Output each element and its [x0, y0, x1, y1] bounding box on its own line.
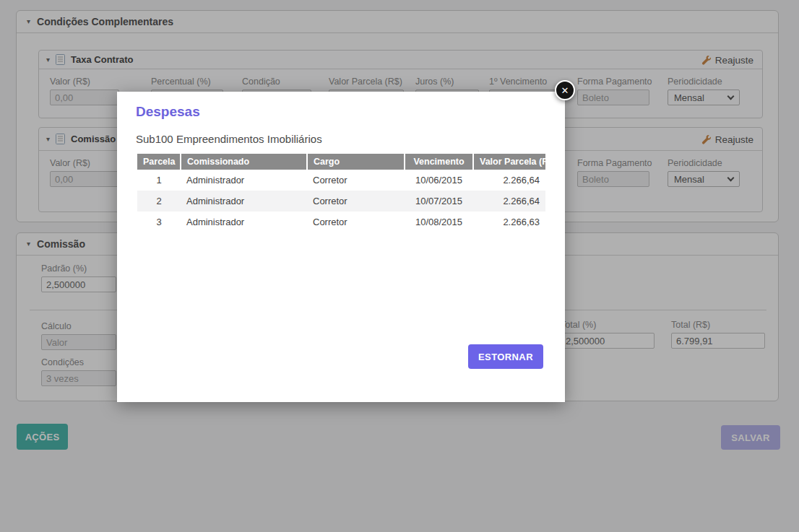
col-header-comissionado: Comissionado [181, 154, 307, 170]
cell-cargo: Corretor [307, 212, 405, 232]
cell-valor: 2.266,64 [473, 170, 545, 191]
table-row: 2 Administrador Corretor 10/07/2015 2.26… [137, 191, 545, 212]
col-header-cargo: Cargo [307, 154, 405, 170]
cell-comissionado: Administrador [181, 212, 307, 232]
cell-cargo: Corretor [307, 191, 405, 212]
cell-vencimento: 10/08/2015 [405, 212, 473, 232]
cell-parcela: 2 [137, 191, 181, 212]
cell-valor: 2.266,63 [473, 212, 545, 232]
table-header-row: Parcela Comissionado Cargo Vencimento Va… [137, 154, 545, 170]
col-header-parcela: Parcela [137, 154, 181, 170]
cell-cargo: Corretor [307, 170, 405, 191]
table-row: 1 Administrador Corretor 10/06/2015 2.26… [137, 170, 545, 191]
cell-valor: 2.266,64 [473, 191, 545, 212]
table-row: 3 Administrador Corretor 10/08/2015 2.26… [137, 212, 545, 232]
close-icon[interactable]: ✕ [555, 80, 575, 100]
cell-vencimento: 10/06/2015 [405, 170, 473, 191]
cell-parcela: 1 [137, 170, 181, 191]
col-header-valor-parcela: Valor Parcela (R$) [473, 154, 545, 170]
col-header-vencimento: Vencimento [405, 154, 473, 170]
despesas-table: Parcela Comissionado Cargo Vencimento Va… [137, 154, 545, 232]
cell-vencimento: 10/07/2015 [405, 191, 473, 212]
despesas-modal: ✕ Despesas Sub100 Empreendimentos Imobil… [117, 92, 565, 402]
modal-subtitle: Sub100 Empreendimentos Imobiliários [136, 133, 322, 145]
cell-parcela: 3 [137, 212, 181, 232]
modal-title: Despesas [136, 104, 200, 120]
cell-comissionado: Administrador [181, 170, 307, 191]
estornar-button[interactable]: ESTORNAR [468, 344, 543, 369]
cell-comissionado: Administrador [181, 191, 307, 212]
